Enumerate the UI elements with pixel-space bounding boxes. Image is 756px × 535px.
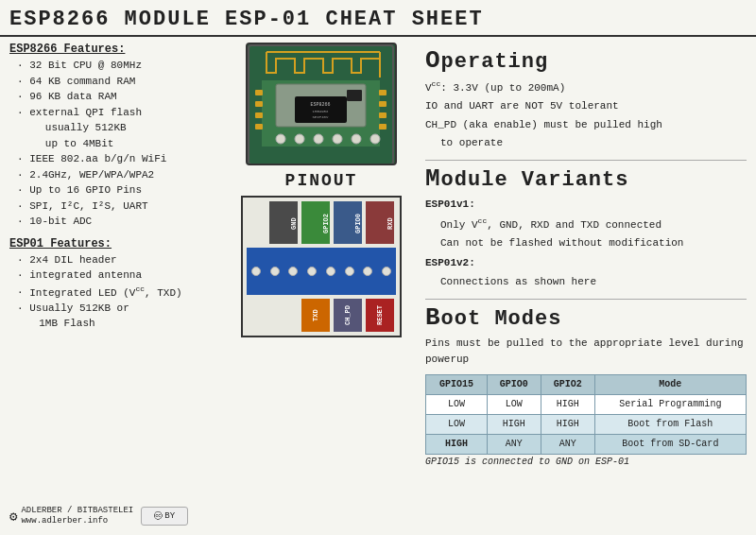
operating-line: CH_PD (aka enable) must be pulled high (425, 117, 747, 134)
svg-point-15 (370, 134, 380, 144)
pcb-dot (251, 267, 261, 276)
svg-text:ESP8266: ESP8266 (310, 102, 330, 108)
esp01-list: 2x4 DIL header integrated antenna Integr… (9, 252, 217, 332)
footer: ⚙ ADLERBER / BITBASTELEI www.adlerber.in… (9, 506, 188, 527)
svg-text:SEIF40V: SEIF40V (313, 115, 329, 119)
pcb-dot (382, 267, 391, 276)
module-image: ESP8266 1MB4952 SEIF40V (246, 43, 397, 165)
pinout-pcb-body (247, 248, 396, 295)
pin-gnd: GND (269, 201, 298, 244)
svg-rect-16 (255, 90, 263, 95)
pin-txd: TXD (301, 299, 330, 332)
pin-chpd: CH_PD (334, 299, 362, 332)
table-row: LOW LOW HIGH Serial Programming (426, 394, 747, 414)
svg-point-14 (352, 134, 361, 144)
pcb-dot (326, 267, 335, 276)
svg-rect-22 (379, 112, 387, 118)
svg-rect-19 (255, 124, 263, 129)
svg-rect-21 (379, 101, 387, 107)
svg-point-13 (333, 134, 342, 144)
pinout-diagram: GND GPIO2 GPIO0 RXD TXD CH_PD RESET (241, 196, 402, 337)
left-column: ESP8266 Features: 32 Bit CPU @ 80MHz 64 … (9, 43, 217, 477)
page-title: ESP8266 Module ESP-01 Cheat Sheet (0, 0, 756, 37)
list-item: external QPI flash (9, 105, 217, 121)
col-gpio15: GPIO15 (426, 374, 488, 394)
operating-line: to operate (425, 135, 747, 152)
esp8266-features: ESP8266 Features: 32 Bit CPU @ 80MHz 64 … (9, 43, 217, 332)
right-column: Operating Vcc: 3.3V (up to 200mA) IO and… (425, 43, 747, 477)
list-item: 2.4GHz, WEP/WPA/WPA2 (9, 167, 217, 183)
table-cell: Serial Programming (594, 394, 746, 414)
col-mode: Mode (594, 374, 746, 394)
list-item: 32 Bit CPU @ 80MHz (9, 58, 217, 74)
svg-rect-17 (255, 101, 263, 107)
svg-rect-9 (347, 90, 362, 101)
operating-content: Vcc: 3.3V (up to 200mA) IO and UART are … (425, 78, 747, 152)
table-cell: LOW (487, 394, 541, 414)
list-item: 64 KB command RAM (9, 74, 217, 90)
boot-note: GPIO15 is connected to GND on ESP-01 (425, 455, 747, 470)
list-item: integrated antenna (9, 268, 217, 284)
table-header-row: GPIO15 GPIO0 GPIO2 Mode (426, 374, 747, 394)
bootmodes-title: Boot Modes (425, 303, 747, 332)
bootmodes-content: Pins must be pulled to the appropriate l… (425, 336, 747, 470)
table-row: LOW HIGH HIGH Boot from Flash (426, 414, 747, 434)
table-cell: Boot from Flash (594, 414, 746, 434)
list-item: 2x4 DIL header (9, 252, 217, 268)
gear-icon: ⚙ (9, 509, 17, 525)
operating-title: Operating (425, 46, 747, 75)
pin-gpio2: GPIO2 (301, 201, 330, 244)
svg-point-10 (276, 134, 285, 144)
section-divider (425, 299, 747, 300)
list-item: 96 KB data RAM (9, 89, 217, 105)
pcb-dot (345, 267, 354, 276)
operating-line: Vcc: 3.3V (up to 200mA) (425, 78, 747, 96)
table-cell: LOW (426, 394, 488, 414)
section-divider (425, 160, 747, 161)
cc-symbol: 🅭 (154, 511, 163, 522)
logo-url: www.adlerber.info (21, 516, 133, 527)
cc-license-icon: 🅭 BY (141, 507, 188, 526)
variants-content: ESP01v1: Only Vcc, GND, RXD and TXD conn… (425, 197, 747, 291)
bootmodes-intro: Pins must be pulled to the appropriate l… (425, 336, 747, 369)
table-cell: LOW (426, 414, 488, 434)
pinout-bottom-pins: TXD CH_PD RESET (247, 299, 396, 332)
svg-rect-23 (379, 124, 387, 129)
pcb-dot (288, 267, 298, 276)
svg-point-12 (314, 134, 323, 144)
list-item: Up to 16 GPIO Pins (9, 182, 217, 198)
list-item: usually 512KB (9, 120, 217, 136)
esp01v1-label: ESP01v1: (425, 197, 747, 214)
pcb-dot (307, 267, 317, 276)
esp8266-list: 32 Bit CPU @ 80MHz 64 KB command RAM 96 … (9, 58, 217, 230)
esp8266-heading: ESP8266 Features: (9, 43, 217, 56)
col-gpio0: GPIO0 (487, 374, 541, 394)
svg-point-11 (295, 134, 304, 144)
list-item: 10-bit ADC (9, 214, 217, 230)
svg-rect-20 (379, 90, 387, 95)
table-row: HIGH ANY ANY Boot from SD-Card (426, 434, 747, 454)
table-cell: HIGH (541, 394, 594, 414)
pin-reset: RESET (366, 299, 394, 332)
table-cell: ANY (487, 434, 541, 454)
logo-name: ADLERBER / BITBASTELEI (21, 506, 133, 517)
list-item: Integrated LED (Vcc, TXD) (9, 284, 217, 301)
table-cell: HIGH (487, 414, 541, 434)
list-item: IEEE 802.aa b/g/n WiFi (9, 151, 217, 167)
middle-column: ESP8266 1MB4952 SEIF40V (227, 43, 416, 477)
by-symbol: BY (164, 511, 175, 521)
logo-area: ⚙ ADLERBER / BITBASTELEI www.adlerber.in… (9, 506, 133, 527)
table-cell: HIGH (426, 434, 488, 454)
list-item: up to 4MBit (9, 136, 217, 152)
pin-gpio0: GPIO0 (334, 201, 362, 244)
svg-text:1MB4952: 1MB4952 (313, 110, 329, 113)
pinout-top-pins: GND GPIO2 GPIO0 RXD (247, 201, 396, 244)
col-gpio2: GPIO2 (541, 374, 594, 394)
esp01v2-label: ESP01v2: (425, 255, 747, 272)
variants-title: Module Variants (425, 164, 747, 193)
table-cell: Boot from SD-Card (594, 434, 746, 454)
list-item: SPI, I²C, I²S, UART (9, 198, 217, 215)
esp01v2-line: Connections as shown here (425, 274, 747, 291)
esp01v1-line: Only Vcc, GND, RXD and TXD connected (425, 216, 747, 233)
list-item: Usually 512KB or (9, 301, 217, 317)
